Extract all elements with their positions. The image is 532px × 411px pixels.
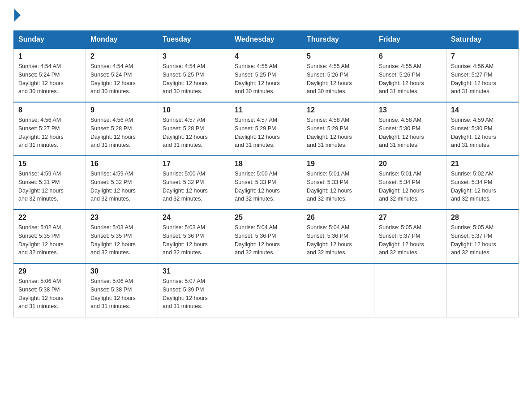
day-info: Sunrise: 4:56 AMSunset: 5:27 PMDaylight:…: [451, 63, 496, 94]
day-number: 8: [18, 106, 81, 114]
calendar-header-thursday: Thursday: [302, 31, 374, 49]
day-info: Sunrise: 4:55 AMSunset: 5:25 PMDaylight:…: [235, 63, 280, 94]
calendar-cell: 27 Sunrise: 5:05 AMSunset: 5:37 PMDaylig…: [374, 210, 446, 263]
logo-triangle-icon: [14, 9, 21, 21]
day-info: Sunrise: 4:58 AMSunset: 5:30 PMDaylight:…: [379, 117, 424, 148]
day-info: Sunrise: 5:06 AMSunset: 5:38 PMDaylight:…: [90, 278, 136, 309]
day-info: Sunrise: 5:02 AMSunset: 5:35 PMDaylight:…: [18, 224, 64, 256]
calendar-cell: 16 Sunrise: 4:59 AMSunset: 5:32 PMDaylig…: [86, 156, 158, 210]
day-number: 16: [90, 160, 153, 168]
day-number: 30: [90, 267, 153, 275]
calendar-header-saturday: Saturday: [446, 31, 519, 49]
day-info: Sunrise: 5:00 AMSunset: 5:33 PMDaylight:…: [235, 171, 280, 202]
day-number: 31: [163, 267, 225, 275]
calendar-cell: 15 Sunrise: 4:59 AMSunset: 5:31 PMDaylig…: [14, 156, 86, 210]
calendar-cell: 26 Sunrise: 5:04 AMSunset: 5:36 PMDaylig…: [302, 210, 374, 263]
day-info: Sunrise: 4:54 AMSunset: 5:25 PMDaylight:…: [163, 63, 208, 94]
calendar-cell: 2 Sunrise: 4:54 AMSunset: 5:24 PMDayligh…: [86, 48, 158, 102]
day-number: 17: [163, 160, 225, 168]
day-number: 10: [163, 106, 225, 114]
day-number: 27: [379, 214, 442, 222]
day-info: Sunrise: 5:04 AMSunset: 5:36 PMDaylight:…: [307, 224, 352, 256]
day-number: 12: [307, 106, 369, 114]
day-number: 20: [379, 160, 442, 168]
logo-blue-part: [13, 9, 21, 22]
day-info: Sunrise: 4:59 AMSunset: 5:30 PMDaylight:…: [451, 117, 496, 148]
day-number: 24: [163, 214, 225, 222]
day-info: Sunrise: 5:01 AMSunset: 5:34 PMDaylight:…: [379, 171, 424, 202]
day-info: Sunrise: 5:05 AMSunset: 5:37 PMDaylight:…: [451, 224, 496, 256]
calendar-cell: 22 Sunrise: 5:02 AMSunset: 5:35 PMDaylig…: [14, 210, 86, 263]
day-number: 19: [307, 160, 369, 168]
day-number: 6: [379, 52, 442, 60]
calendar-header-wednesday: Wednesday: [230, 31, 302, 49]
calendar-cell: 11 Sunrise: 4:57 AMSunset: 5:29 PMDaylig…: [230, 102, 302, 156]
calendar-week-4: 22 Sunrise: 5:02 AMSunset: 5:35 PMDaylig…: [14, 210, 519, 263]
calendar-header-tuesday: Tuesday: [158, 31, 230, 49]
day-number: 21: [451, 160, 514, 168]
day-number: 7: [451, 52, 514, 60]
calendar-cell: 28 Sunrise: 5:05 AMSunset: 5:37 PMDaylig…: [446, 210, 519, 263]
day-info: Sunrise: 4:54 AMSunset: 5:24 PMDaylight:…: [18, 63, 64, 94]
calendar-cell: 9 Sunrise: 4:56 AMSunset: 5:28 PMDayligh…: [86, 102, 158, 156]
calendar-cell: 31 Sunrise: 5:07 AMSunset: 5:39 PMDaylig…: [158, 263, 230, 317]
day-info: Sunrise: 5:06 AMSunset: 5:38 PMDaylight:…: [18, 278, 64, 309]
day-info: Sunrise: 5:03 AMSunset: 5:35 PMDaylight:…: [90, 224, 136, 256]
day-number: 5: [307, 52, 369, 60]
calendar-cell: 12 Sunrise: 4:58 AMSunset: 5:29 PMDaylig…: [302, 102, 374, 156]
calendar-header-sunday: Sunday: [14, 31, 86, 49]
calendar-cell: 1 Sunrise: 4:54 AMSunset: 5:24 PMDayligh…: [14, 48, 86, 102]
day-info: Sunrise: 5:00 AMSunset: 5:32 PMDaylight:…: [163, 171, 208, 202]
calendar-week-1: 1 Sunrise: 4:54 AMSunset: 5:24 PMDayligh…: [14, 48, 519, 102]
day-number: 2: [90, 52, 153, 60]
calendar-cell: 14 Sunrise: 4:59 AMSunset: 5:30 PMDaylig…: [446, 102, 519, 156]
calendar-week-2: 8 Sunrise: 4:56 AMSunset: 5:27 PMDayligh…: [14, 102, 519, 156]
day-info: Sunrise: 4:55 AMSunset: 5:26 PMDaylight:…: [307, 63, 352, 94]
day-number: 11: [235, 106, 297, 114]
day-info: Sunrise: 5:05 AMSunset: 5:37 PMDaylight:…: [379, 224, 424, 256]
calendar-week-5: 29 Sunrise: 5:06 AMSunset: 5:38 PMDaylig…: [14, 263, 519, 317]
day-info: Sunrise: 4:59 AMSunset: 5:31 PMDaylight:…: [18, 171, 64, 202]
day-info: Sunrise: 4:56 AMSunset: 5:27 PMDaylight:…: [18, 117, 64, 148]
day-info: Sunrise: 5:04 AMSunset: 5:36 PMDaylight:…: [235, 224, 280, 256]
calendar-header-friday: Friday: [374, 31, 446, 49]
day-number: 3: [163, 52, 225, 60]
day-number: 22: [18, 214, 81, 222]
day-info: Sunrise: 5:07 AMSunset: 5:39 PMDaylight:…: [163, 278, 208, 309]
day-number: 23: [90, 214, 153, 222]
day-number: 18: [235, 160, 297, 168]
calendar-cell: 19 Sunrise: 5:01 AMSunset: 5:33 PMDaylig…: [302, 156, 374, 210]
day-info: Sunrise: 5:03 AMSunset: 5:36 PMDaylight:…: [163, 224, 208, 256]
day-number: 13: [379, 106, 442, 114]
calendar-cell: 10 Sunrise: 4:57 AMSunset: 5:28 PMDaylig…: [158, 102, 230, 156]
day-number: 1: [18, 52, 81, 60]
day-number: 25: [235, 214, 297, 222]
calendar-cell: 20 Sunrise: 5:01 AMSunset: 5:34 PMDaylig…: [374, 156, 446, 210]
day-info: Sunrise: 4:57 AMSunset: 5:28 PMDaylight:…: [163, 117, 208, 148]
calendar-cell: 21 Sunrise: 5:02 AMSunset: 5:34 PMDaylig…: [446, 156, 519, 210]
day-info: Sunrise: 4:54 AMSunset: 5:24 PMDaylight:…: [90, 63, 136, 94]
day-info: Sunrise: 4:58 AMSunset: 5:29 PMDaylight:…: [307, 117, 352, 148]
calendar-cell: 8 Sunrise: 4:56 AMSunset: 5:27 PMDayligh…: [14, 102, 86, 156]
calendar-cell: 17 Sunrise: 5:00 AMSunset: 5:32 PMDaylig…: [158, 156, 230, 210]
calendar-cell: 29 Sunrise: 5:06 AMSunset: 5:38 PMDaylig…: [14, 263, 86, 317]
logo: [13, 9, 21, 22]
calendar-cell: [302, 263, 374, 317]
calendar-header-monday: Monday: [86, 31, 158, 49]
day-info: Sunrise: 5:01 AMSunset: 5:33 PMDaylight:…: [307, 171, 352, 202]
calendar-cell: 24 Sunrise: 5:03 AMSunset: 5:36 PMDaylig…: [158, 210, 230, 263]
calendar-cell: 4 Sunrise: 4:55 AMSunset: 5:25 PMDayligh…: [230, 48, 302, 102]
day-number: 4: [235, 52, 297, 60]
day-info: Sunrise: 4:55 AMSunset: 5:26 PMDaylight:…: [379, 63, 424, 94]
day-number: 29: [18, 267, 81, 275]
calendar-table: SundayMondayTuesdayWednesdayThursdayFrid…: [13, 30, 519, 317]
calendar-cell: [374, 263, 446, 317]
calendar-cell: 5 Sunrise: 4:55 AMSunset: 5:26 PMDayligh…: [302, 48, 374, 102]
day-info: Sunrise: 4:56 AMSunset: 5:28 PMDaylight:…: [90, 117, 136, 148]
calendar-cell: 30 Sunrise: 5:06 AMSunset: 5:38 PMDaylig…: [86, 263, 158, 317]
calendar-cell: 23 Sunrise: 5:03 AMSunset: 5:35 PMDaylig…: [86, 210, 158, 263]
header: [13, 9, 519, 22]
calendar-body: 1 Sunrise: 4:54 AMSunset: 5:24 PMDayligh…: [14, 48, 519, 317]
calendar-cell: 18 Sunrise: 5:00 AMSunset: 5:33 PMDaylig…: [230, 156, 302, 210]
day-info: Sunrise: 4:57 AMSunset: 5:29 PMDaylight:…: [235, 117, 280, 148]
